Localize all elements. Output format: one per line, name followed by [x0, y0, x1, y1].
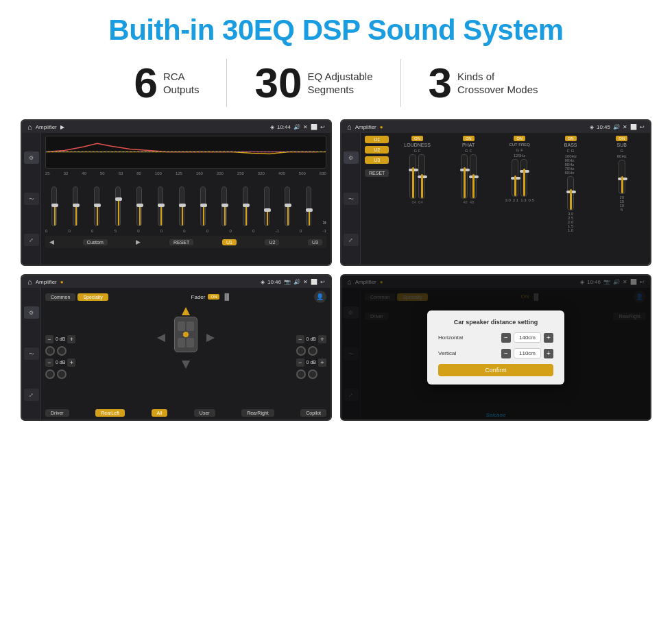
slider-track-3[interactable]	[94, 186, 99, 226]
u2-btn[interactable]: U2	[265, 239, 279, 245]
wave-icon-btn-2[interactable]: 〜	[344, 193, 359, 205]
screen3-header: ⌂ Amplifier ● ◈ 10:46 📷 🔊 ✕ ⬜ ↩	[22, 276, 331, 288]
arrow-left[interactable]	[157, 334, 165, 342]
loudness-slider-2[interactable]	[418, 154, 425, 199]
minus-btn-1[interactable]: −	[45, 335, 53, 343]
custom-btn[interactable]: Custom	[83, 239, 108, 245]
minus-btn-3[interactable]: −	[296, 335, 304, 343]
plus-btn-3[interactable]: +	[318, 335, 326, 343]
fader-content: Common Specialty Fader ON ▐▌ 👤	[41, 288, 331, 419]
ch-phat-label: PHAT	[462, 143, 475, 147]
eq-icon-btn[interactable]: ⚙	[24, 151, 39, 164]
slider-col-3	[88, 186, 106, 226]
reset-btn[interactable]: RESET	[169, 239, 193, 245]
next-icon[interactable]: ▶	[136, 239, 141, 245]
loudness-slider-1[interactable]	[409, 154, 416, 199]
db-val-2: 0 dB	[56, 360, 65, 365]
arrow-right[interactable]	[206, 334, 215, 342]
plus-btn-1[interactable]: +	[67, 335, 75, 343]
slider-track-2[interactable]	[73, 186, 78, 226]
fader-toggle-icon[interactable]: ▐▌	[222, 293, 231, 300]
close-icon-2[interactable]: ✕	[623, 124, 627, 130]
tab-common-3[interactable]: Common	[45, 293, 75, 301]
screen3-title: Amplifier	[36, 279, 57, 285]
zone-user[interactable]: User	[194, 409, 215, 417]
slider-track-8[interactable]	[200, 186, 206, 226]
cutfreq-slider-1[interactable]	[512, 159, 518, 197]
vertical-minus[interactable]: −	[501, 349, 511, 358]
u3-btn[interactable]: U3	[308, 239, 322, 245]
phat-slider-2[interactable]	[470, 154, 477, 199]
horizontal-ctrl: − 140cm +	[501, 332, 553, 343]
u1-btn[interactable]: U1	[222, 239, 237, 245]
cutfreq-slider-2[interactable]	[520, 159, 527, 197]
eq-labels: 253240506380100125160200250320400500630	[45, 171, 326, 175]
back-icon-3[interactable]: ↩	[320, 279, 325, 285]
horizontal-plus[interactable]: +	[544, 333, 553, 343]
home-icon[interactable]: ⌂	[27, 123, 32, 131]
slider-track-5[interactable]	[136, 186, 142, 226]
ch-bass-on: ON	[565, 136, 577, 141]
close-icon[interactable]: ✕	[303, 124, 308, 130]
minus-btn-4[interactable]: −	[296, 358, 304, 367]
back-icon-2[interactable]: ↩	[640, 124, 645, 130]
slider-track-7[interactable]	[179, 186, 184, 226]
zone-all[interactable]: All	[152, 409, 168, 417]
preset-u3[interactable]: U3	[365, 156, 389, 164]
bass-slider-1[interactable]	[567, 176, 574, 210]
window-icon-3[interactable]: ⬜	[311, 279, 317, 285]
slider-track-13[interactable]	[306, 186, 311, 226]
wave-icon-btn[interactable]: 〜	[24, 193, 39, 205]
sub-slider-1[interactable]	[619, 160, 625, 194]
screen1-wrapper: ⌂ Amplifier ▶ ◈ 10:44 🔊 ✕ ⬜ ↩	[21, 119, 332, 266]
horizontal-minus[interactable]: −	[501, 333, 511, 343]
zone-copilot[interactable]: Copilot	[300, 409, 326, 417]
slider-track-10[interactable]	[243, 186, 248, 226]
expand-icon-btn-2[interactable]: ⤢	[344, 234, 359, 246]
expand-icon-btn-3[interactable]: ⤢	[24, 389, 39, 401]
minus-btn-2[interactable]: −	[45, 358, 53, 367]
eq-icon-btn-3[interactable]: ⚙	[24, 306, 39, 319]
slider-track-12[interactable]	[285, 186, 290, 226]
preset-u2[interactable]: U2	[365, 146, 389, 154]
window-icon-2[interactable]: ⬜	[630, 124, 637, 130]
zone-driver[interactable]: Driver	[45, 409, 69, 417]
screen3-body: ⚙ 〜 ⤢ Common Specialty Fader	[22, 288, 331, 419]
slider-track-11[interactable]	[264, 186, 269, 226]
eq-icon-btn-2[interactable]: ⚙	[344, 151, 359, 164]
slider-col-6	[152, 186, 169, 226]
arrow-down[interactable]	[182, 361, 190, 369]
feature-eq-text: EQ Adjustable Segments	[307, 70, 372, 97]
plus-btn-4[interactable]: +	[318, 358, 326, 367]
prev-icon[interactable]: ◀	[49, 239, 54, 245]
slider-track-6[interactable]	[158, 186, 163, 226]
preset-u1[interactable]: U1	[365, 136, 389, 143]
vertical-value: 110cm	[514, 348, 541, 358]
confirm-button[interactable]: Confirm	[438, 364, 553, 376]
slider-track-1[interactable]	[51, 186, 57, 226]
expand-icon-btn[interactable]: ⤢	[24, 234, 39, 246]
home-icon-3[interactable]: ⌂	[27, 278, 32, 286]
phat-slider-1[interactable]	[461, 154, 468, 199]
slider-track-4[interactable]	[115, 186, 121, 226]
vertical-plus[interactable]: +	[544, 349, 553, 358]
wave-icon-btn-3[interactable]: 〜	[24, 348, 39, 360]
location-icon: ◈	[270, 124, 274, 130]
tab-specialty-3[interactable]: Specialty	[77, 293, 108, 301]
arrow-up[interactable]	[182, 307, 190, 315]
screen1-header: ⌂ Amplifier ▶ ◈ 10:44 🔊 ✕ ⬜ ↩	[22, 121, 331, 133]
screen1: ⌂ Amplifier ▶ ◈ 10:44 🔊 ✕ ⬜ ↩	[22, 121, 331, 265]
slider-track-9[interactable]	[221, 186, 227, 226]
home-icon-2[interactable]: ⌂	[347, 123, 352, 131]
feature-eq: 30 EQ Adjustable Segments	[227, 62, 400, 104]
window-icon[interactable]: ⬜	[311, 124, 317, 130]
close-icon-3[interactable]: ✕	[303, 279, 308, 285]
expand-arrows-icon[interactable]: »	[322, 219, 326, 226]
zone-rearleft[interactable]: RearLeft	[95, 409, 125, 417]
screen1-header-right: ◈ 10:44 🔊 ✕ ⬜ ↩	[270, 124, 325, 130]
reset-btn-2[interactable]: RESET	[365, 169, 389, 177]
back-icon[interactable]: ↩	[320, 124, 325, 130]
feature-crossover-number: 3	[429, 62, 452, 104]
zone-rearright[interactable]: RearRight	[241, 409, 274, 417]
plus-btn-2[interactable]: +	[67, 358, 75, 367]
